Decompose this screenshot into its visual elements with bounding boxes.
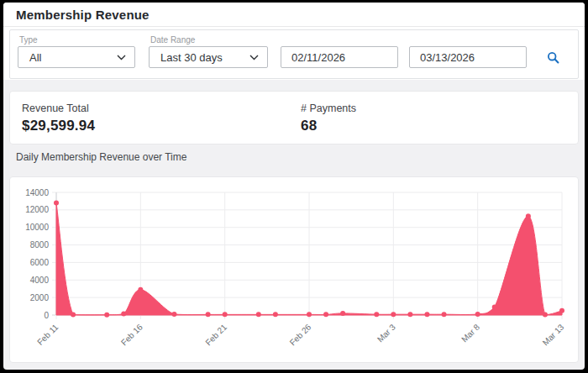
chevron-down-icon — [117, 55, 126, 60]
date-range-label: Date Range — [150, 35, 195, 45]
revenue-total-label: Revenue Total — [22, 102, 95, 114]
revenue-total-value: $29,599.94 — [22, 118, 95, 134]
svg-text:Feb 16: Feb 16 — [119, 322, 144, 347]
svg-text:10000: 10000 — [25, 223, 49, 232]
title-divider — [3, 26, 585, 27]
filter-bar: Type All Date Range Last 30 days — [9, 29, 579, 79]
chevron-down-icon — [249, 55, 259, 60]
payments-count-label: # Payments — [301, 102, 356, 114]
header-section: Membership Revenue Type All Date Range L… — [3, 3, 585, 80]
svg-text:Feb 21: Feb 21 — [203, 322, 228, 347]
svg-text:2000: 2000 — [30, 293, 50, 302]
date-range-select[interactable]: Last 30 days — [149, 46, 268, 68]
end-date-input[interactable] — [409, 46, 527, 68]
svg-text:Mar 3: Mar 3 — [375, 322, 397, 344]
svg-text:Feb 26: Feb 26 — [288, 322, 313, 347]
svg-text:Mar 13: Mar 13 — [541, 322, 566, 347]
chart-section-title: Daily Membership Revenue over Time — [16, 151, 186, 163]
chart-panel: 02000400060008000100001200014000Feb 11Fe… — [9, 176, 579, 363]
date-range-select-value: Last 30 days — [160, 51, 223, 64]
page-title: Membership Revenue — [16, 8, 150, 22]
svg-text:14000: 14000 — [25, 188, 49, 197]
payments-count-value: 68 — [301, 118, 356, 134]
svg-text:12000: 12000 — [25, 205, 49, 214]
search-button[interactable] — [544, 49, 561, 66]
start-date-input[interactable] — [281, 46, 398, 68]
stats-panel: Revenue Total $29,599.94 # Payments 68 — [9, 91, 579, 144]
svg-text:4000: 4000 — [30, 276, 50, 285]
payments-count-stat: # Payments 68 — [301, 102, 356, 134]
svg-text:6000: 6000 — [30, 258, 50, 267]
daily-revenue-area-chart: 02000400060008000100001200014000Feb 11Fe… — [10, 177, 579, 362]
membership-revenue-page: Membership Revenue Type All Date Range L… — [3, 3, 585, 370]
revenue-total-stat: Revenue Total $29,599.94 — [22, 102, 95, 134]
type-select[interactable]: All — [18, 46, 135, 68]
svg-text:Mar 8: Mar 8 — [459, 322, 481, 344]
svg-text:0: 0 — [44, 311, 49, 320]
window-frame: Membership Revenue Type All Date Range L… — [0, 0, 588, 373]
search-icon — [547, 51, 559, 64]
svg-text:8000: 8000 — [30, 240, 50, 250]
svg-text:Feb 11: Feb 11 — [35, 322, 60, 347]
type-label: Type — [19, 35, 38, 45]
type-select-value: All — [29, 51, 41, 64]
